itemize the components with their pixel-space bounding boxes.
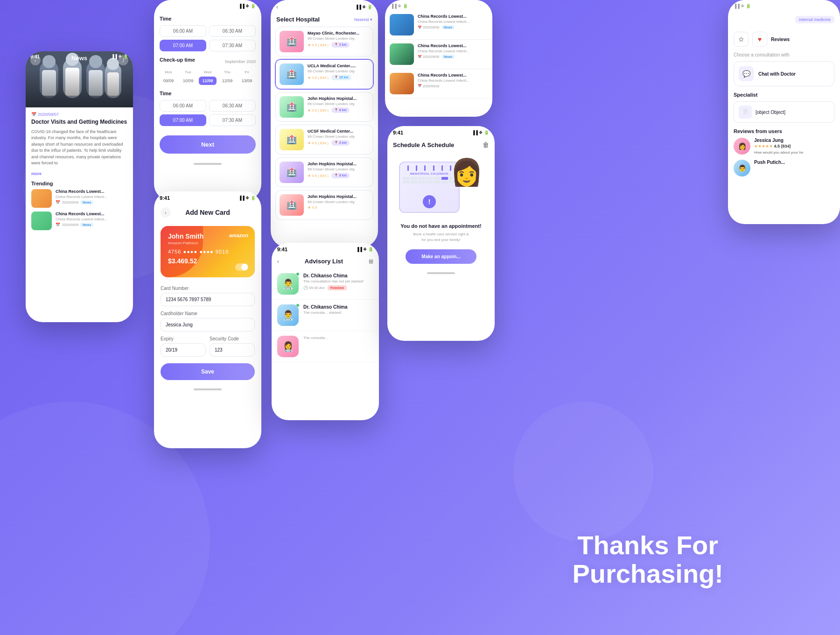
make-appt-button[interactable]: Make an appoin... [406, 249, 476, 264]
time2-slot-1[interactable]: 06:00 AM [160, 100, 206, 112]
dist-5: 📍 8 km [331, 173, 350, 178]
hospital-item-6[interactable]: 🏥 John Hopkins Hopistal... 99 Crown Stre… [275, 190, 373, 220]
status-icons-hosp: ▐▐ ❖ 🔋 [355, 5, 372, 9]
cal-cell [434, 181, 441, 183]
hospital-item-1[interactable]: 🏥 Mayao Clinic, Rochester... 99 Crown St… [275, 27, 373, 56]
hospital-status-bar: ‹ ▐▐ ❖ 🔋 [271, 0, 378, 12]
cal-day-3[interactable]: 11/09 [199, 77, 217, 85]
time-slot-3[interactable]: 07:00 AM [160, 40, 206, 51]
trending-meta-1: 📅 2020/09/08 News [56, 200, 127, 205]
hospital-name-4: UCSF Medical Center... [308, 129, 369, 134]
hospital-back-icon[interactable]: ‹ [276, 4, 278, 10]
doc-name-2: Dr. Chikanso Chima [303, 304, 373, 310]
calendar-dates: 09/09 10/09 11/09 12/09 13/09 [160, 77, 256, 85]
news2-tag-2: News [441, 55, 455, 59]
time2-slot-2[interactable]: 06:30 AM [209, 100, 256, 112]
doc-item-1[interactable]: 👨‍⚕️ Dr. Chikanso Chima The consultation… [272, 268, 379, 300]
expiry-input[interactable] [161, 343, 206, 357]
hospital-info-4: UCSF Medical Center... 99 Crown Street L… [308, 129, 369, 146]
time2-slot-4[interactable]: 07:30 AM [209, 114, 256, 126]
review-2: 👨 Push Putich... [734, 160, 834, 176]
hospital-addr-5: 99 Crown Street London city [308, 167, 369, 171]
hospital-name-2: UCLA Medical Center..... [308, 64, 369, 68]
dist-2: 📍 16 km [331, 75, 351, 80]
finished-badge-1: Finished [328, 285, 347, 290]
hospital-item-3[interactable]: 🏥 John Hopkins Hopistal... 99 Crown Stre… [275, 92, 373, 122]
appt-status-bar: 9:41 ▐▐ ❖ 🔋 [387, 126, 495, 137]
doc-info-1: Dr. Chikanso Chima The consultation has … [303, 273, 373, 295]
specialist-title: Specialist [734, 92, 834, 98]
read-more-link[interactable]: more [31, 171, 42, 176]
advisory-status-bar: 9:41 ▐▐ ❖ 🔋 [272, 243, 379, 254]
phone-appt: 9:41 ▐▐ ❖ 🔋 Schedule A Schedule 🗑 MENSTR… [387, 126, 495, 341]
next-button[interactable]: Next [160, 135, 256, 154]
news2-thumb-1 [390, 14, 414, 35]
cal-day-5[interactable]: 13/09 [238, 77, 256, 85]
hospital-thumb-2: 🏥 [280, 64, 304, 85]
spec-label: [object Object] [756, 110, 785, 115]
chat-label: Chat with Doctor [758, 71, 796, 77]
cal-day-1[interactable]: 09/09 [160, 77, 177, 85]
news2-item-1[interactable]: China Records Lowest... China Records Lo… [385, 10, 492, 40]
phone-news: ‹ News ⤴ 9:41 ▐▐ ❖ 🔋 📅 2020/09/07 Doctor… [26, 51, 133, 322]
card-back-button[interactable]: ‹ [161, 207, 171, 218]
internal-med-badge: internal medicine [795, 16, 834, 23]
appt-illustration: MENSTRUAL CALENDAR [387, 152, 495, 268]
hospital-thumb-5: 🏥 [280, 162, 304, 183]
cal-day-4[interactable]: 12/09 [218, 77, 236, 85]
news2-meta-1: 📅 2020/09/08 News [418, 25, 488, 29]
time2-slot-3[interactable]: 07:00 AM [160, 114, 206, 126]
doc-item-2[interactable]: 👨‍⚕️ Dr. Chikanso Chima The consulta... … [272, 300, 379, 331]
article-text: COVID-19 changed the face of the healthc… [31, 129, 127, 167]
appt-trash-icon[interactable]: 🗑 [483, 141, 489, 148]
card-title: Add New Card [175, 209, 240, 216]
cardholder-input[interactable] [161, 318, 255, 332]
news2-thumb-3 [390, 73, 414, 94]
review-name-1: Jessica Jung [754, 138, 834, 143]
hospital-addr-2: 99 Crown Street London city [308, 69, 369, 73]
ring [433, 165, 434, 171]
trending-title: Trending [31, 181, 127, 186]
doc-item-3[interactable]: 👩‍⚕️ The consulta... [272, 331, 379, 362]
news2-item-2[interactable]: China Records Lowest... China Records Lo… [385, 40, 492, 69]
star-rating-5: ★ 4.5 (834) [308, 174, 329, 178]
hospital-thumb-1: 🏥 [280, 31, 304, 52]
expiry-security-row: Expiry Security Code [161, 336, 255, 361]
credit-card-visual: John Smith Amazon Platinium 4756 ●●●● ●●… [161, 226, 255, 277]
cal-day-2[interactable]: 10/09 [179, 77, 197, 85]
hospital-item-4[interactable]: 🏥 UCSF Medical Center... 99 Crown Street… [275, 125, 373, 155]
trending-meta-2: 📅 2020/09/06 News [56, 223, 127, 227]
status-icons-advisory: ▐▐ ❖ 🔋 [356, 247, 373, 252]
dist-4: 📍 2 km [331, 140, 350, 146]
hospital-name-5: John Hopkins Hopistal... [308, 162, 369, 166]
like-icon[interactable]: ♥ [752, 32, 767, 47]
lady-illustration: 👩 [450, 157, 483, 188]
cal-cell [403, 181, 410, 183]
hospital-title: Select Hospital [276, 16, 320, 23]
trending-sub-1: China Records Lowest Infecti... [56, 195, 127, 199]
time-slots-group1: 06:00 AM 06:30 AM 07:00 AM 07:30 AM [160, 25, 256, 51]
chat-icon: 💬 [739, 66, 754, 81]
time-slot-2[interactable]: 06:30 AM [209, 25, 256, 37]
trending-info-1: China Records Lowest... China Records Lo… [56, 189, 127, 205]
day-header-mon: Mon [160, 70, 177, 74]
news2-title-2: China Records Lowest... [418, 43, 488, 48]
save-button[interactable]: Save [161, 363, 255, 380]
specialist-item[interactable]: 🦷 [object Object] [734, 101, 834, 123]
card-number-input[interactable] [161, 293, 255, 306]
hospital-item-5[interactable]: 🏥 John Hopkins Hopistal... 99 Crown Stre… [275, 157, 373, 187]
hospital-item-2[interactable]: 🏥 UCLA Medical Center..... 99 Crown Stre… [275, 59, 373, 89]
status-time-advisory: 9:41 [277, 247, 287, 252]
advisory-grid-icon[interactable]: ⊞ [369, 258, 373, 265]
time-slot-1[interactable]: 06:00 AM [160, 25, 206, 37]
security-input[interactable] [210, 343, 255, 357]
news2-meta-2: 📅 2020/09/08 News [418, 55, 488, 59]
doc-status-3: The consulta... [303, 336, 373, 340]
time-slot-4[interactable]: 07:30 AM [209, 40, 256, 51]
favorite-icon[interactable]: ☆ [734, 32, 749, 47]
reviews-tab[interactable]: Reviews [771, 37, 790, 42]
chat-option[interactable]: 💬 Chat with Doctor [734, 61, 834, 86]
news2-item-3[interactable]: China Records Lowest... China Records Lo… [385, 69, 492, 99]
doc-info-2: Dr. Chikanso Chima The consulta... start… [303, 304, 373, 326]
advisory-back-icon[interactable]: ‹ [277, 258, 279, 265]
